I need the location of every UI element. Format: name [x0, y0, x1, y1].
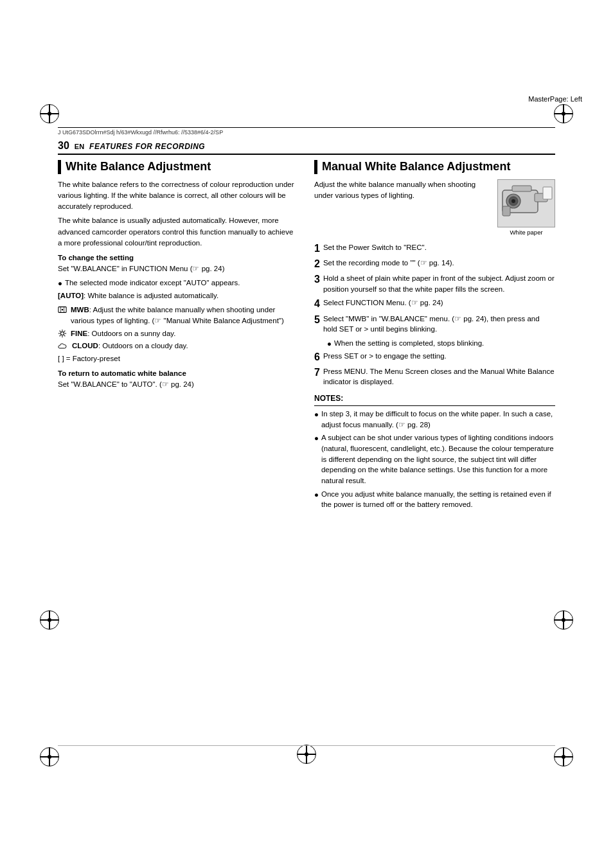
reg-mark-bottom-left — [40, 747, 59, 766]
step-1-num: 1 — [314, 242, 320, 254]
change-setting-text: Set "W.BALANCE" in FUNCTION Menu (☞ pg. … — [58, 263, 299, 274]
reg-mark-top-right — [554, 104, 573, 123]
svg-line-10 — [64, 335, 66, 336]
bullet-auto-indicator: ● The selected mode indicator except "AU… — [58, 278, 299, 289]
step-1: 1 Set the Power Switch to "REC". — [314, 242, 555, 254]
step-3-text: Hold a sheet of plain white paper in fro… — [323, 273, 555, 294]
svg-point-16 — [511, 199, 515, 203]
step-7: 7 Press MENU. The Menu Screen closes and… — [314, 366, 555, 387]
main-content: 30 EN FEATURES FOR RECORDING White Balan… — [58, 140, 555, 511]
sun-icon — [58, 329, 67, 338]
step-4-text: Select FUNCTION Menu. (☞ pg. 24) — [323, 297, 555, 310]
bullet-dot-step5: ● — [327, 339, 332, 350]
mwb-icon — [58, 305, 67, 314]
reg-mark-bottom-right — [554, 747, 573, 766]
bullet-note-3: ● — [314, 490, 319, 510]
cloud-content: CLOUD: Outdoors on a cloudy day. — [72, 341, 188, 351]
reg-mark-top-left — [40, 104, 59, 123]
step-5-num: 5 — [314, 314, 320, 335]
cloud-feature: CLOUD: Outdoors on a cloudy day. — [58, 341, 299, 351]
svg-line-9 — [60, 330, 61, 332]
tech-line: J UtG673SDOlrrn#Sdj h/63#Wkxugd //Rfwrhu… — [58, 127, 555, 136]
step-5-bullet: ● When the setting is completed, stops b… — [327, 338, 555, 350]
page-container: MasterPage: Left J UtG673SDOlrrn#Sdj h/6… — [0, 0, 613, 868]
notes-divider — [314, 405, 555, 406]
reg-mark-center-bottom — [297, 745, 316, 764]
fine-feature: FINE: Outdoors on a sunny day. — [58, 328, 299, 339]
return-text: Set "W.BALANCE" to "AUTO". (☞ pg. 24) — [58, 379, 299, 390]
bullet-note-1: ● — [314, 409, 319, 430]
mwb-label: MWB — [71, 306, 89, 314]
step-5: 5 Select "MWB" in "W.BALANCE" menu. (☞ p… — [314, 314, 555, 335]
en-label: EN — [75, 143, 84, 150]
left-column-heading: White Balance Adjustment — [58, 160, 299, 174]
factory-preset-text: [ ] = Factory-preset — [58, 353, 299, 364]
fine-text: : Outdoors on a sunny day. — [87, 330, 175, 337]
note-3-text: Once you adjust white balance manually, … — [321, 489, 555, 510]
step-6-num: 6 — [314, 351, 320, 363]
svg-point-3 — [62, 309, 64, 311]
svg-rect-18 — [512, 186, 531, 191]
svg-point-4 — [60, 332, 64, 335]
auto-text: : White balance is adjusted automaticall… — [84, 292, 218, 299]
cloud-text: : Outdoors on a cloudy day. — [98, 342, 188, 350]
right-column: Manual White Balance Adjustment — [314, 160, 555, 511]
mwb-content: MWB: Adjust the white balance manually w… — [71, 305, 299, 326]
step-3-num: 3 — [314, 273, 320, 294]
bullet-dot-1: ● — [58, 278, 62, 289]
svg-rect-20 — [502, 206, 510, 216]
step-1-text: Set the Power Switch to "REC". — [323, 242, 555, 254]
step-4: 4 Select FUNCTION Menu. (☞ pg. 24) — [314, 297, 555, 310]
left-intro-2: The white balance is usually adjusted au… — [58, 215, 299, 249]
page-number: 30 — [58, 140, 69, 152]
step-6-text: Press SET or > to engage the setting. — [323, 351, 555, 363]
master-page-label: MasterPage: Left — [528, 95, 582, 103]
note-2: ● A subject can be shot under various ty… — [314, 432, 555, 486]
cloud-label: CLOUD — [72, 342, 98, 350]
step-7-text: Press MENU. The Menu Screen closes and t… — [323, 366, 555, 387]
note-2-text: A subject can be shot under various type… — [321, 432, 555, 486]
bullet-auto-text: The selected mode indicator except "AUTO… — [65, 278, 240, 289]
reg-mark-mid-right — [554, 610, 573, 630]
section-title: FEATURES FOR RECORDING — [89, 142, 205, 151]
notes-heading: NOTES: — [314, 394, 555, 403]
intro-with-image: White paper Adjust the white balance man… — [314, 179, 555, 238]
step-5-bullet-text: When the setting is completed, stops bli… — [334, 338, 484, 350]
camcorder-svg — [499, 181, 554, 226]
bottom-line — [58, 745, 555, 746]
auto-label: [AUTO] — [58, 292, 84, 299]
camcorder-image — [497, 179, 555, 227]
subheading-return-balance: To return to automatic white balance — [58, 369, 299, 377]
step-4-num: 4 — [314, 297, 320, 310]
two-column-layout: White Balance Adjustment The white balan… — [58, 160, 555, 511]
step-2: 2 Set the recording mode to "" (☞ pg. 14… — [314, 258, 555, 270]
cloud-icon — [58, 342, 68, 350]
step-6: 6 Press SET or > to engage the setting. — [314, 351, 555, 363]
svg-line-11 — [64, 330, 66, 332]
reg-mark-mid-left — [40, 610, 59, 630]
note-3: ● Once you adjust white balance manually… — [314, 489, 555, 510]
camcorder-area: White paper — [497, 179, 555, 236]
mwb-feature: MWB: Adjust the white balance manually w… — [58, 305, 299, 326]
step-7-num: 7 — [314, 366, 320, 387]
svg-line-12 — [60, 335, 61, 336]
section-header: 30 EN FEATURES FOR RECORDING — [58, 140, 555, 155]
left-intro-1: The white balance refers to the correctn… — [58, 179, 299, 213]
mwb-text: : Adjust the white balance manually when… — [71, 306, 284, 324]
step-2-num: 2 — [314, 258, 320, 270]
white-paper-label: White paper — [497, 229, 555, 236]
note-1: ● In step 3, it may be difficult to focu… — [314, 409, 555, 430]
fine-content: FINE: Outdoors on a sunny day. — [71, 328, 175, 339]
fine-label: FINE — [71, 330, 87, 337]
auto-description: [AUTO]: White balance is adjusted automa… — [58, 290, 299, 301]
right-column-heading: Manual White Balance Adjustment — [314, 160, 555, 174]
svg-rect-19 — [543, 187, 552, 199]
subheading-change-setting: To change the setting — [58, 254, 299, 261]
note-1-text: In step 3, it may be difficult to focus … — [321, 409, 555, 430]
bullet-note-2: ● — [314, 433, 319, 486]
step-3: 3 Hold a sheet of plain white paper in f… — [314, 273, 555, 294]
step-2-text: Set the recording mode to "" (☞ pg. 14). — [323, 258, 555, 270]
step-5-text: Select "MWB" in "W.BALANCE" menu. (☞ pg.… — [323, 314, 555, 335]
left-column: White Balance Adjustment The white balan… — [58, 160, 299, 511]
